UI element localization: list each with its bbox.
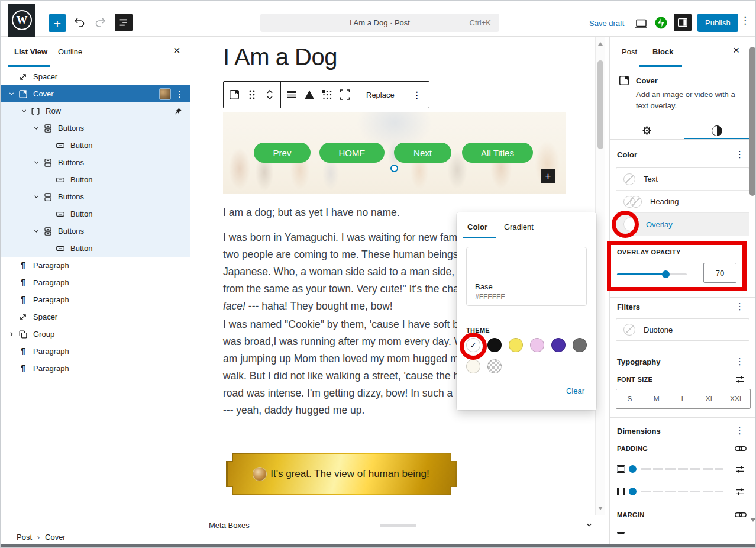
list-view-item-button[interactable]: Button (1, 240, 190, 257)
font-size-option-xxl[interactable]: XXL (723, 389, 750, 408)
close-list-view-icon[interactable]: × (173, 44, 180, 56)
tab-post[interactable]: Post (622, 47, 637, 56)
publish-button[interactable]: Publish (697, 14, 738, 32)
preview-icon[interactable] (634, 17, 648, 31)
meta-boxes-resize-handle[interactable] (380, 524, 416, 527)
list-view-item-paragraph[interactable]: ¶Paragraph (1, 291, 190, 308)
full-height-icon[interactable] (336, 82, 354, 107)
font-size-option-s[interactable]: S (616, 389, 643, 408)
banner-image-block[interactable]: It's great. The view of human being! (226, 453, 457, 495)
list-view-item-paragraph[interactable]: ¶Paragraph (1, 257, 190, 274)
block-options-icon[interactable]: ⋮ (407, 82, 427, 107)
replace-button[interactable]: Replace (358, 91, 403, 99)
scroll-down-icon[interactable] (598, 507, 603, 510)
cover-button-next[interactable]: Next (394, 143, 451, 163)
sidebar-scroll-down-icon[interactable] (750, 518, 756, 522)
chevron-down-icon[interactable] (31, 157, 41, 168)
color-row-text[interactable]: Text (616, 168, 749, 191)
swatch-black[interactable] (487, 338, 502, 352)
swatch-cream[interactable] (466, 359, 480, 373)
swatch-purple[interactable] (551, 338, 566, 352)
styles-tab-icon[interactable] (712, 125, 722, 136)
scroll-up-icon[interactable] (598, 42, 603, 46)
breadcrumb-cover[interactable]: Cover (45, 533, 66, 541)
list-view-item-buttons[interactable]: Buttons (1, 154, 190, 171)
cover-block[interactable]: + PrevHOMENextAll Titles (223, 112, 566, 194)
current-color-card[interactable]: Base #FFFFFF (466, 247, 587, 306)
close-sidebar-icon[interactable]: × (733, 44, 739, 56)
swatch-gray[interactable] (573, 338, 587, 352)
clear-color-link[interactable]: Clear (566, 386, 584, 395)
list-view-item-buttons[interactable]: Buttons (1, 120, 190, 137)
duotone-row[interactable]: Duotone (616, 318, 749, 341)
drag-handle-icon[interactable] (243, 82, 261, 107)
jetpack-icon[interactable] (654, 16, 668, 30)
chevron-down-icon[interactable] (583, 519, 595, 531)
block-mover-icon[interactable] (261, 82, 279, 107)
drag-anchor-handle[interactable] (390, 165, 398, 172)
scrollbar-thumb[interactable] (597, 60, 603, 149)
list-view-toggle-button[interactable] (115, 14, 133, 31)
duotone-filter-icon[interactable] (301, 82, 318, 107)
color-row-heading[interactable]: Heading (616, 191, 749, 213)
tab-block[interactable]: Block (652, 47, 673, 56)
padding-settings-icon[interactable] (734, 463, 746, 475)
post-title[interactable]: I Am a Dog (223, 44, 337, 70)
canvas-scrollbar[interactable] (595, 37, 605, 515)
options-menu-icon[interactable]: ⋮ (740, 14, 750, 27)
tab-list-view[interactable]: List View (14, 47, 47, 56)
filters-options-icon[interactable]: ⋮ (735, 301, 744, 312)
settings-tab-gear-icon[interactable] (641, 124, 653, 137)
command-center-bar[interactable]: I Am a Dog · Post Ctrl+K (260, 14, 499, 32)
sidebar-scrollbar-thumb[interactable] (749, 47, 755, 196)
vertical-align-icon[interactable] (283, 82, 301, 107)
cover-button-home[interactable]: HOME (319, 143, 385, 163)
font-size-option-xl[interactable]: XL (697, 389, 723, 408)
cover-button-all-titles[interactable]: All Titles (462, 143, 533, 163)
dimensions-options-icon[interactable]: ⋮ (735, 425, 744, 436)
tab-outline[interactable]: Outline (58, 47, 82, 56)
font-size-settings-icon[interactable] (734, 373, 746, 385)
list-view-item-spacer[interactable]: Spacer (1, 68, 190, 85)
padding-slider-thumb[interactable] (629, 465, 637, 473)
breadcrumb-post[interactable]: Post (17, 533, 32, 541)
margin-link-icon[interactable] (734, 508, 747, 521)
save-draft-button[interactable]: Save draft (589, 19, 624, 28)
list-view-item-paragraph[interactable]: ¶Paragraph (1, 343, 190, 360)
swatch-pink[interactable] (530, 338, 544, 352)
typography-options-icon[interactable]: ⋮ (735, 356, 744, 367)
popup-tab-color[interactable]: Color (467, 223, 487, 231)
list-view-item-paragraph[interactable]: ¶Paragraph (1, 274, 190, 291)
chevron-down-icon[interactable] (31, 123, 41, 134)
chevron-down-icon[interactable] (18, 106, 29, 117)
font-size-option-m[interactable]: M (643, 389, 670, 408)
list-view-item-button[interactable]: Button (1, 137, 190, 154)
wordpress-logo[interactable]: W (8, 4, 35, 37)
cover-block-icon[interactable] (225, 82, 243, 107)
color-options-icon[interactable]: ⋮ (735, 149, 744, 160)
padding-slider-track[interactable] (641, 468, 723, 470)
content-position-icon[interactable] (318, 82, 336, 107)
padding-link-icon[interactable] (734, 442, 747, 455)
list-view-item-paragraph[interactable]: ¶Paragraph (1, 360, 190, 377)
list-view-item-buttons[interactable]: Buttons (1, 188, 190, 205)
undo-icon[interactable] (72, 15, 86, 30)
padding-slider-thumb[interactable] (629, 488, 637, 495)
options-icon[interactable]: ⋮ (175, 89, 184, 99)
cover-button-prev[interactable]: Prev (254, 143, 311, 163)
chevron-down-icon[interactable] (6, 89, 17, 99)
list-view-item-row[interactable]: Row (1, 102, 190, 120)
list-view-item-group[interactable]: Group (1, 325, 190, 343)
list-view-item-cover[interactable]: Cover⋮ (1, 85, 190, 102)
list-view-item-button[interactable]: Button (1, 205, 190, 223)
chevron-down-icon[interactable] (31, 226, 41, 237)
block-inserter-button[interactable]: + (49, 14, 66, 32)
popup-tab-gradient[interactable]: Gradient (504, 223, 534, 231)
padding-settings-icon[interactable] (734, 486, 746, 498)
swatch-yellow[interactable] (509, 338, 523, 352)
list-view-item-spacer[interactable]: Spacer (1, 308, 190, 325)
swatch-transparent[interactable] (487, 359, 502, 373)
chevron-down-icon[interactable] (31, 192, 41, 202)
font-size-option-l[interactable]: L (670, 389, 696, 408)
cover-add-block-button[interactable]: + (541, 169, 555, 183)
